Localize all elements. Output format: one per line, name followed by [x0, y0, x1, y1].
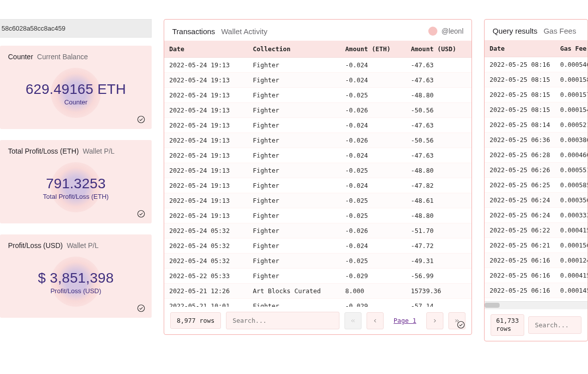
pager-prev-button[interactable]	[367, 312, 384, 329]
table-cell: -0.026	[340, 223, 406, 238]
table-cell: -0.024	[340, 73, 406, 88]
table-row[interactable]: 2022-05-24 19:13Fighter-0.026-50.56	[164, 133, 472, 148]
table-cell: -51.70	[406, 223, 472, 238]
address-strip[interactable]: 58c6028a58cc8ac459	[0, 19, 152, 38]
table-row[interactable]: 2022-05-24 19:13Fighter-0.024-47.63	[164, 58, 472, 73]
table-cell: 2022-05-25 06:36	[485, 133, 555, 148]
check-icon[interactable]	[137, 115, 146, 124]
table-row[interactable]: 2022-05-24 19:13Fighter-0.025-48.61	[164, 193, 472, 208]
gas-search[interactable]	[528, 316, 581, 334]
check-icon[interactable]	[456, 320, 465, 329]
table-row[interactable]: 2022-05-24 05:32Fighter-0.024-47.72	[164, 238, 472, 254]
table-row[interactable]: 2022-05-25 06:160.0001245	[485, 253, 587, 268]
table-cell: 0.0003861	[555, 133, 587, 148]
table-row[interactable]: 2022-05-25 06:210.0001561	[485, 238, 587, 253]
column-header[interactable]: Date	[164, 41, 248, 58]
table-row[interactable]: 2022-05-22 05:33Fighter-0.029-56.99	[164, 269, 472, 284]
table-cell: Fighter	[248, 299, 340, 307]
author-badge[interactable]: @leonl	[428, 27, 463, 36]
table-cell: 2022-05-24 05:32	[164, 254, 248, 269]
table-row[interactable]: 2022-05-25 06:240.0003332	[485, 208, 587, 223]
check-icon[interactable]	[137, 304, 146, 313]
table-cell: -57.14	[406, 299, 472, 307]
table-cell: -47.72	[406, 238, 472, 254]
table-row[interactable]: 2022-05-25 06:160.0001454	[485, 283, 587, 298]
table-row[interactable]: 2022-05-24 19:13Fighter-0.026-50.56	[164, 103, 472, 118]
table-cell: -49.31	[406, 254, 472, 269]
table-row[interactable]: 2022-05-24 19:13Fighter-0.024-47.63	[164, 73, 472, 88]
search-input[interactable]	[534, 321, 576, 329]
column-header[interactable]: Amount (USD)	[406, 41, 472, 58]
table-row[interactable]: 2022-05-24 05:32Fighter-0.026-51.70	[164, 223, 472, 238]
table-cell: -48.80	[406, 163, 472, 178]
table-cell: -48.80	[406, 88, 472, 103]
table-cell: -0.024	[340, 58, 406, 73]
svg-point-0	[138, 116, 145, 123]
table-row[interactable]: 2022-05-25 08:150.0001570	[485, 87, 587, 102]
table-row[interactable]: 2022-05-25 08:160.0005466	[485, 57, 587, 72]
table-cell: 2022-05-24 19:13	[164, 163, 248, 178]
panel-subtitle-label: Gas Fees	[543, 27, 576, 35]
table-row[interactable]: 2022-05-25 06:360.0003861	[485, 133, 587, 148]
counter-title-label: Total Profit/Loss (ETH)	[8, 147, 79, 155]
scrollbar-thumb[interactable]	[485, 303, 500, 308]
page-indicator[interactable]: Page 1	[389, 317, 421, 324]
table-cell: 2022-05-24 05:32	[164, 223, 248, 238]
table-cell: Fighter	[248, 118, 340, 133]
table-row[interactable]: 2022-05-24 19:13Fighter-0.024-47.63	[164, 148, 472, 163]
table-cell: 2022-05-24 19:13	[164, 118, 248, 133]
svg-point-3	[457, 321, 464, 328]
gas-table-scroll[interactable]: DateGas Fee Sp 2022-05-25 08:160.0005466…	[485, 40, 587, 301]
table-row[interactable]: 2022-05-25 06:160.0004158	[485, 268, 587, 283]
table-row[interactable]: 2022-05-25 08:150.0001585	[485, 72, 587, 87]
table-row[interactable]: 2022-05-25 06:240.0003565	[485, 193, 587, 208]
column-header[interactable]: Gas Fee Sp	[555, 40, 587, 57]
row-count-badge: 61,733 rows	[491, 314, 524, 336]
transactions-search[interactable]	[226, 312, 339, 329]
table-cell: -48.80	[406, 208, 472, 223]
table-row[interactable]: 2022-05-21 12:26Art Blocks Curated8.0001…	[164, 284, 472, 299]
search-input[interactable]	[231, 316, 334, 325]
table-row[interactable]: 2022-05-24 05:32Fighter-0.025-49.31	[164, 254, 472, 269]
table-row[interactable]: 2022-05-25 08:140.0005210	[485, 117, 587, 133]
counter-title: Profit/Loss (USD)Wallet P/L	[8, 241, 144, 250]
table-row[interactable]: 2022-05-21 10:01Fighter-0.029-57.14	[164, 299, 472, 307]
table-row[interactable]: 2022-05-25 06:260.0005511	[485, 163, 587, 178]
table-cell: 0.0005859	[555, 178, 587, 193]
table-cell: -47.63	[406, 148, 472, 163]
table-cell: 2022-05-24 19:13	[164, 148, 248, 163]
table-row[interactable]: 2022-05-24 19:13Fighter-0.025-48.80	[164, 88, 472, 103]
table-row[interactable]: 2022-05-24 19:13Fighter-0.024-47.82	[164, 178, 472, 193]
table-cell: 2022-05-25 06:28	[485, 148, 555, 163]
transactions-table-scroll[interactable]: DateCollectionAmount (ETH)Amount (USD) 2…	[164, 41, 472, 307]
table-cell: -48.61	[406, 193, 472, 208]
table-cell: -0.026	[340, 103, 406, 118]
horizontal-scrollbar[interactable]	[485, 301, 587, 309]
table-cell: 0.0005466	[555, 57, 587, 72]
table-row[interactable]: 2022-05-24 19:13Fighter-0.025-48.80	[164, 208, 472, 223]
pager-next-button[interactable]	[426, 312, 443, 329]
table-cell: 2022-05-21 10:01	[164, 299, 248, 307]
table-cell: Fighter	[248, 133, 340, 148]
table-cell: -50.56	[406, 133, 472, 148]
column-header[interactable]: Date	[485, 40, 555, 57]
pager-first-button[interactable]	[344, 312, 362, 329]
table-cell: Fighter	[248, 193, 340, 208]
panel-subtitle-label: Wallet Activity	[221, 27, 267, 36]
check-icon[interactable]	[137, 209, 146, 218]
table-row[interactable]: 2022-05-25 08:150.0001545	[485, 102, 587, 117]
table-row[interactable]: 2022-05-24 19:13Fighter-0.024-47.63	[164, 118, 472, 133]
table-row[interactable]: 2022-05-25 06:220.0004150	[485, 223, 587, 238]
svg-point-2	[138, 305, 145, 312]
table-cell: 2022-05-24 19:13	[164, 208, 248, 223]
table-cell: 0.0005210	[555, 117, 587, 133]
counter-card: Profit/Loss (USD)Wallet P/L$ 3,851,398Pr…	[0, 234, 152, 318]
table-cell: 2022-05-25 08:16	[485, 57, 555, 72]
table-row[interactable]: 2022-05-24 19:13Fighter-0.025-48.80	[164, 163, 472, 178]
table-row[interactable]: 2022-05-25 06:250.0005859	[485, 178, 587, 193]
column-header[interactable]: Collection	[248, 41, 340, 58]
table-row[interactable]: 2022-05-25 06:280.0004606	[485, 148, 587, 163]
table-cell: 2022-05-24 19:13	[164, 88, 248, 103]
table-cell: -47.63	[406, 58, 472, 73]
column-header[interactable]: Amount (ETH)	[340, 41, 406, 58]
